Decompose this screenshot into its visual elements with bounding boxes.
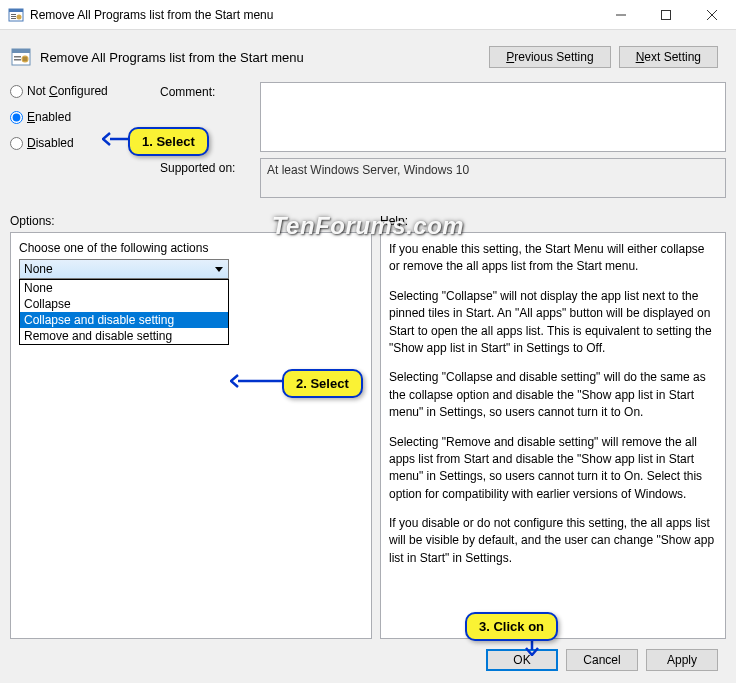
action-dropdown-list: None Collapse Collapse and disable setti…	[19, 279, 229, 345]
svg-rect-1	[9, 9, 23, 12]
radio-disabled-input[interactable]	[10, 137, 23, 150]
comment-label: Comment:	[160, 82, 250, 99]
titlebar: Remove All Programs list from the Start …	[0, 0, 736, 30]
dropdown-item-remove-disable[interactable]: Remove and disable setting	[20, 328, 228, 344]
window-controls	[598, 0, 736, 29]
svg-rect-7	[661, 10, 670, 19]
action-dropdown[interactable]: None	[19, 259, 229, 279]
svg-rect-16	[23, 60, 27, 61]
help-paragraph: Selecting "Remove and disable setting" w…	[389, 434, 717, 504]
svg-point-14	[22, 56, 29, 63]
ok-button[interactable]: OK	[486, 649, 558, 671]
supported-on-box: At least Windows Server, Windows 10	[260, 158, 726, 198]
close-button[interactable]	[688, 0, 736, 29]
maximize-button[interactable]	[643, 0, 688, 29]
dropdown-item-none[interactable]: None	[20, 280, 228, 296]
callout-2: 2. Select	[282, 369, 363, 398]
apply-button[interactable]: Apply	[646, 649, 718, 671]
window-title: Remove All Programs list from the Start …	[30, 8, 598, 22]
svg-rect-12	[14, 56, 21, 58]
supported-label: Supported on:	[160, 158, 250, 175]
svg-point-5	[17, 14, 22, 19]
callout-1: 1. Select	[128, 127, 209, 156]
help-paragraph: If you enable this setting, the Start Me…	[389, 241, 717, 276]
next-setting-button[interactable]: Next Setting	[619, 46, 718, 68]
policy-header: Remove All Programs list from the Start …	[10, 38, 726, 82]
policy-title: Remove All Programs list from the Start …	[40, 50, 481, 65]
help-panel[interactable]: If you enable this setting, the Start Me…	[380, 232, 726, 639]
radio-enabled[interactable]: Enabled	[10, 110, 150, 124]
radio-enabled-input[interactable]	[10, 111, 23, 124]
help-paragraph: Selecting "Collapse" will not display th…	[389, 288, 717, 358]
svg-rect-13	[14, 59, 21, 61]
svg-rect-11	[12, 49, 30, 53]
minimize-button[interactable]	[598, 0, 643, 29]
svg-rect-15	[23, 58, 27, 59]
policy-window-icon	[8, 7, 24, 23]
help-paragraph: Selecting "Collapse and disable setting"…	[389, 369, 717, 421]
comment-textarea[interactable]	[260, 82, 726, 152]
options-panel: Choose one of the following actions None…	[10, 232, 372, 639]
help-label: Help:	[380, 214, 726, 228]
radio-not-configured-input[interactable]	[10, 85, 23, 98]
svg-rect-4	[11, 18, 16, 19]
dropdown-item-collapse[interactable]: Collapse	[20, 296, 228, 312]
radio-not-configured[interactable]: Not Configured	[10, 84, 150, 98]
svg-rect-3	[11, 16, 16, 17]
svg-rect-2	[11, 14, 16, 15]
cancel-button[interactable]: Cancel	[566, 649, 638, 671]
callout-3: 3. Click on	[465, 612, 558, 641]
choose-action-label: Choose one of the following actions	[19, 241, 363, 255]
help-paragraph: If you disable or do not configure this …	[389, 515, 717, 567]
options-label: Options:	[10, 214, 380, 228]
dropdown-item-collapse-disable[interactable]: Collapse and disable setting	[20, 312, 228, 328]
callout-arrow-icon	[230, 374, 285, 388]
policy-icon	[10, 46, 32, 68]
previous-setting-button[interactable]: Previous Setting	[489, 46, 610, 68]
